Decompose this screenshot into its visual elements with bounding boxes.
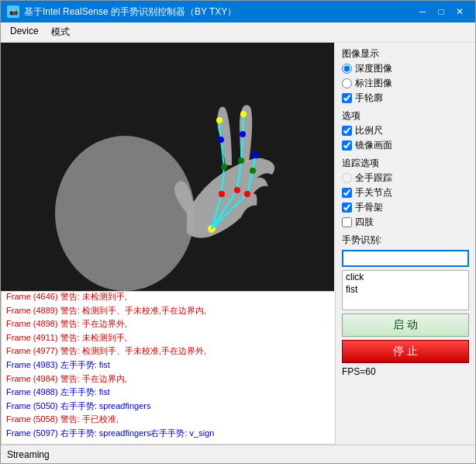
status-bar: Streaming <box>1 445 475 463</box>
log-line: Frame (4988) 左手手势: fist <box>6 386 330 400</box>
title-controls: ─ □ ✕ <box>413 4 469 19</box>
checkbox-hand-skeleton[interactable]: 手骨架 <box>342 201 469 214</box>
log-line: Frame (4977) 警告: 检测到手、手未校准,手在边界外, <box>6 345 330 358</box>
menu-bar: Device 模式 <box>1 23 475 43</box>
log-line: Frame (4889) 警告: 检测到手、手未校准,手在边界内, <box>6 304 330 318</box>
main-window: 📷 基于Intel RealSense 的手势识别控制器（BY TXY） ─ □… <box>0 0 476 464</box>
radio-depth-image[interactable]: 深度图像 <box>342 62 469 75</box>
svg-point-15 <box>234 187 240 193</box>
svg-point-23 <box>252 152 258 158</box>
app-icon: 📷 <box>7 5 19 18</box>
left-panel: Frame (4646) 警告: 未检测到手,Frame (4889) 警告: … <box>1 43 336 445</box>
title-bar: 📷 基于Intel RealSense 的手势识别控制器（BY TXY） ─ □… <box>1 1 475 23</box>
tracking-options: 全手跟踪 手关节点 手骨架 四肢 <box>342 171 469 229</box>
gesture-input[interactable] <box>342 250 469 267</box>
gesture-section: 手势识别: click fist 启 动 停 止 FPS=60 <box>342 234 469 377</box>
tracking-title: 追踪选项 <box>342 157 469 170</box>
radio-annotated-image[interactable]: 标注图像 <box>342 77 469 90</box>
image-display-title: 图像显示 <box>342 47 469 61</box>
svg-point-11 <box>216 117 222 123</box>
close-button[interactable]: ✕ <box>450 4 469 19</box>
checkbox-hand-joints[interactable]: 手关节点 <box>342 186 469 199</box>
log-line: Frame (5097) 右手手势: spreadfingers右手手势: v_… <box>6 427 330 441</box>
title-bar-left: 📷 基于Intel RealSense 的手势识别控制器（BY TXY） <box>7 5 236 19</box>
svg-point-21 <box>244 191 250 197</box>
log-line: Frame (4911) 警告: 未检测到手, <box>6 331 330 345</box>
gesture-option-click[interactable]: click <box>343 271 468 283</box>
log-line: Frame (5050) 右手手势: spreadfingers <box>6 400 330 414</box>
checkbox-mirror[interactable]: 镜像画面 <box>342 139 469 152</box>
log-area[interactable]: Frame (4646) 警告: 未检测到手,Frame (4889) 警告: … <box>1 291 336 445</box>
log-line: Frame (4898) 警告: 手在边界外, <box>6 317 330 331</box>
image-display-options: 深度图像 标注图像 手轮廓 <box>342 62 469 105</box>
maximize-button[interactable]: □ <box>432 4 450 19</box>
svg-point-8 <box>219 191 225 197</box>
stop-button[interactable]: 停 止 <box>342 340 469 363</box>
gesture-listbox[interactable]: click fist <box>342 270 469 310</box>
hand-skeleton-svg <box>1 43 334 291</box>
svg-point-0 <box>55 136 195 291</box>
svg-point-10 <box>218 137 224 143</box>
selection-section: 选项 比例尺 镜像画面 <box>342 109 469 152</box>
content-area: Frame (4646) 警告: 未检测到手,Frame (4889) 警告: … <box>1 43 475 445</box>
svg-point-22 <box>250 168 256 174</box>
right-panel: 图像显示 深度图像 标注图像 手轮廓 <box>336 43 475 445</box>
checkbox-scale[interactable]: 比例尺 <box>342 124 469 137</box>
image-display-section: 图像显示 深度图像 标注图像 手轮廓 <box>342 47 469 105</box>
log-line: Frame (5058) 警告: 手已校准, <box>6 413 330 427</box>
minimize-button[interactable]: ─ <box>413 4 432 19</box>
selection-options: 比例尺 镜像画面 <box>342 124 469 152</box>
selection-title: 选项 <box>342 109 469 123</box>
log-line: Frame (4646) 警告: 未检测到手, <box>6 291 330 304</box>
menu-device[interactable]: Device <box>4 24 45 40</box>
svg-point-16 <box>238 158 244 164</box>
log-line: Frame (4983) 左手手势: fist <box>6 358 330 372</box>
checkbox-hand-contour[interactable]: 手轮廓 <box>342 92 469 105</box>
fps-display: FPS=60 <box>342 366 469 377</box>
log-line: Frame (4984) 警告: 手在边界内, <box>6 372 330 386</box>
gesture-label: 手势识别: <box>342 234 469 247</box>
status-text: Streaming <box>7 449 50 460</box>
svg-point-9 <box>221 164 227 170</box>
window-title: 基于Intel RealSense 的手势识别控制器（BY TXY） <box>24 5 236 19</box>
video-area <box>1 43 334 291</box>
gesture-option-fist[interactable]: fist <box>343 283 468 296</box>
svg-point-17 <box>240 131 246 137</box>
checkbox-limbs[interactable]: 四肢 <box>342 216 469 229</box>
menu-mode[interactable]: 模式 <box>45 24 76 40</box>
tracking-section: 追踪选项 全手跟踪 手关节点 手骨架 <box>342 157 469 229</box>
svg-point-18 <box>240 111 247 117</box>
radio-full-hand-tracking[interactable]: 全手跟踪 <box>342 171 469 185</box>
start-button[interactable]: 启 动 <box>342 313 469 337</box>
